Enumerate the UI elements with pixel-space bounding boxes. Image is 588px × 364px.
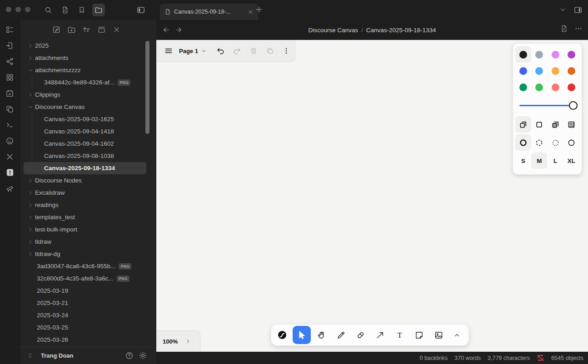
color-swatch-light-blue[interactable] <box>531 63 547 79</box>
terminal-icon[interactable] <box>5 120 15 130</box>
view-mode-icon[interactable] <box>560 25 568 33</box>
zoom-window-button[interactable] <box>25 7 30 12</box>
dash-solid-button[interactable] <box>563 134 579 151</box>
smile-icon[interactable] <box>5 136 15 146</box>
tab-list-chevron-icon[interactable] <box>559 6 567 14</box>
tree-file[interactable]: 2025-03-26 <box>24 334 146 346</box>
redo-button[interactable] <box>230 44 244 58</box>
more-options-icon[interactable] <box>574 25 583 33</box>
minimize-window-button[interactable] <box>15 7 21 12</box>
tree-file[interactable]: 3488442c-9e89-4326-af...PNG <box>24 76 146 89</box>
opacity-slider-thumb[interactable] <box>569 101 578 110</box>
tree-file[interactable]: 2025-03-19 <box>24 285 146 297</box>
kebab-menu-icon[interactable] <box>279 44 293 58</box>
undo-button[interactable] <box>214 44 228 58</box>
vault-switcher-icon[interactable] <box>25 350 35 361</box>
backlinks-count[interactable]: 0 backlinks <box>419 355 448 361</box>
telescope-icon[interactable] <box>5 183 15 193</box>
breadcrumb-folder[interactable]: Discourse Canvas <box>308 27 358 34</box>
sync-disabled-icon[interactable] <box>537 354 544 362</box>
color-swatch-black[interactable] <box>515 46 531 63</box>
note-tool-button[interactable] <box>410 326 428 344</box>
tree-folder[interactable]: Clippings <box>24 89 146 101</box>
select-tool-button[interactable] <box>293 326 311 344</box>
breadcrumb-file[interactable]: Canvas-2025-09-18-1334 <box>366 27 436 34</box>
bookmark-icon[interactable] <box>75 4 88 16</box>
objects-count[interactable]: 6545 objects <box>551 355 583 361</box>
tree-file[interactable]: 3ad30047-8ca6-43c6-955b...PNG <box>24 260 146 272</box>
tree-folder[interactable]: tldraw <box>24 236 146 248</box>
color-swatch-yellow[interactable] <box>548 63 563 79</box>
dash-draw-button[interactable] <box>515 134 531 151</box>
help-icon[interactable] <box>124 350 135 361</box>
sort-order-icon[interactable] <box>82 25 91 34</box>
vault-name[interactable]: Trang Doan <box>41 352 74 359</box>
right-sidebar-toggle-icon[interactable] <box>572 4 584 16</box>
left-sidebar-toggle-icon[interactable] <box>135 4 147 16</box>
search-icon[interactable] <box>42 4 55 16</box>
color-swatch-violet[interactable] <box>563 46 579 63</box>
tree-folder[interactable]: Excalidraw <box>24 187 146 199</box>
size-l-button[interactable]: L <box>548 152 563 169</box>
zoom-menu-chevron-icon[interactable] <box>185 338 191 344</box>
traffic-lights[interactable] <box>6 7 30 12</box>
tree-folder[interactable]: Discourse Nodes <box>24 174 146 187</box>
color-swatch-light-violet[interactable] <box>548 46 563 63</box>
grid-icon[interactable] <box>5 72 15 82</box>
tldraw-canvas[interactable]: Page 1 <box>156 40 588 352</box>
new-tab-button[interactable] <box>254 5 264 14</box>
fill-none-button[interactable] <box>515 116 531 133</box>
color-swatch-green[interactable] <box>515 79 531 95</box>
close-window-button[interactable] <box>6 7 11 12</box>
dash-dotted-button[interactable] <box>548 134 563 151</box>
reveal-file-icon[interactable] <box>97 25 106 34</box>
tree-file[interactable]: Canvas-2025-09-08-1038 <box>24 150 146 162</box>
tree-file[interactable]: 2025-03-24 <box>24 309 146 321</box>
tools-icon[interactable] <box>5 152 15 162</box>
arrow-tool-button[interactable] <box>371 326 389 344</box>
size-m-button[interactable]: M <box>531 152 547 169</box>
layout-list-icon[interactable] <box>5 25 15 34</box>
hand-tool-button[interactable] <box>312 326 330 344</box>
tree-file[interactable]: 2025-03-21 <box>24 297 146 309</box>
tree-file[interactable]: Canvas-2025-09-04-1418 <box>24 125 146 138</box>
tree-file[interactable]: Canvas-2025-09-04-1602 <box>24 138 146 150</box>
tree-folder[interactable]: templates_test <box>24 211 146 223</box>
collapse-all-icon[interactable] <box>112 25 121 34</box>
tree-file[interactable]: 32c800d5-4c35-afe8-3a6c...PNG <box>24 272 146 285</box>
files-icon[interactable] <box>92 4 105 16</box>
tab-close-icon[interactable] <box>248 9 254 15</box>
color-swatch-grey[interactable] <box>531 46 547 63</box>
eraser-tool-button[interactable] <box>351 326 369 344</box>
fill-pattern-button[interactable] <box>563 116 579 133</box>
calendar-check-icon[interactable] <box>5 88 15 98</box>
tab-active[interactable]: Canvas-2025-09-18-... <box>160 4 258 20</box>
zoom-level[interactable]: 100% <box>163 338 178 345</box>
menu-hamburger-icon[interactable] <box>162 44 175 58</box>
file-import-icon[interactable] <box>5 40 15 50</box>
tree-file[interactable]: 2025-03-25 <box>24 321 146 334</box>
new-folder-icon[interactable] <box>67 25 76 34</box>
size-s-button[interactable]: S <box>515 152 531 169</box>
quick-note-icon[interactable] <box>59 4 71 16</box>
fill-solid-button[interactable] <box>548 116 563 133</box>
graph-icon[interactable] <box>5 56 15 66</box>
word-count[interactable]: 370 words <box>454 355 481 361</box>
color-swatch-red[interactable] <box>563 79 579 95</box>
tree-folder[interactable]: test-bulk-import <box>24 223 146 236</box>
tree-file-selected[interactable]: Canvas-2025-09-18-1334 <box>24 162 146 174</box>
more-tools-chevron-icon[interactable] <box>449 326 464 344</box>
color-swatch-light-green[interactable] <box>531 79 547 95</box>
styles-button[interactable] <box>273 326 291 344</box>
tree-folder[interactable]: 2025 <box>24 39 146 52</box>
tree-folder[interactable]: readings <box>24 199 146 211</box>
asset-tool-button[interactable] <box>429 326 448 344</box>
tree-file[interactable]: Canvas-2025-09-02-1625 <box>24 113 146 125</box>
dash-dashed-button[interactable] <box>531 134 547 151</box>
duplicate-button[interactable] <box>263 44 277 58</box>
size-xl-button[interactable]: XL <box>563 152 579 169</box>
tree-folder[interactable]: attachmentszzzz <box>24 64 146 76</box>
tree-folder[interactable]: attachments <box>24 52 146 64</box>
bases-icon[interactable] <box>5 167 15 177</box>
settings-gear-icon[interactable] <box>137 350 148 361</box>
